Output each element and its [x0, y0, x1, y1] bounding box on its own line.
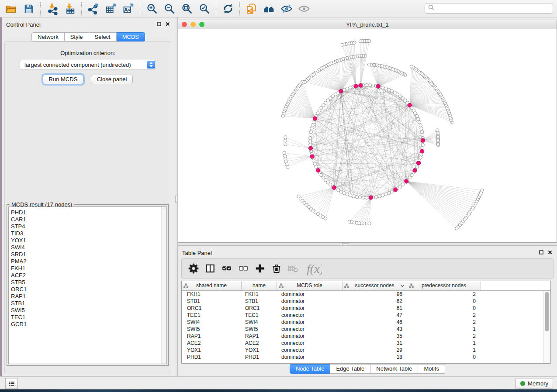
maximize-traffic-light[interactable] [199, 22, 204, 27]
tab-network-table[interactable]: Network Table [370, 364, 418, 374]
dominator-node[interactable] [405, 179, 408, 183]
import-table-button[interactable] [62, 2, 77, 16]
task-history-button[interactable] [5, 378, 18, 389]
table-row[interactable]: YOX1YOX1connector291 [182, 347, 550, 354]
table-row[interactable]: SWI5SWI5connector431 [182, 326, 550, 333]
refresh-view-button[interactable] [221, 2, 235, 16]
tab-edge-table[interactable]: Edge Table [330, 364, 370, 374]
mcds-result-node[interactable]: PHD1 [9, 209, 166, 216]
tab-motifs[interactable]: Motifs [418, 364, 445, 374]
deselect-all-rows-button[interactable] [237, 262, 250, 275]
dominator-node[interactable] [376, 84, 380, 88]
mcds-result-node[interactable]: TEC1 [9, 314, 166, 321]
table-row[interactable]: STB1STB1dominator620 [182, 298, 550, 305]
dominator-node[interactable] [313, 117, 317, 120]
table-row[interactable]: TEC1TEC1connector472 [182, 312, 550, 319]
table-row[interactable]: ORC1ORC1dominator610 [182, 305, 550, 312]
search-box[interactable] [425, 3, 553, 14]
minimize-traffic-light[interactable] [190, 22, 196, 27]
mcds-result-node[interactable]: SWI4 [9, 244, 166, 251]
result-list-scrollbar[interactable] [161, 207, 166, 364]
dominator-node[interactable] [359, 83, 363, 87]
mcds-result-node[interactable]: CAR1 [9, 216, 166, 223]
mcds-result-node[interactable]: ACE2 [9, 272, 166, 279]
table-row[interactable]: FKH1FKH1dominator962 [182, 291, 550, 298]
zoom-out-button[interactable] [162, 2, 177, 16]
clone-network-button[interactable] [244, 2, 259, 16]
mcds-result-node[interactable]: SRD1 [9, 251, 166, 258]
dominator-node[interactable] [421, 138, 425, 142]
tab-style[interactable]: Style [65, 32, 89, 41]
mcds-result-node[interactable]: FKH1 [9, 265, 166, 272]
column-header-successor-nodes[interactable]: successor nodes [343, 281, 407, 290]
mcds-result-node[interactable]: STB5 [9, 279, 166, 286]
dominator-node[interactable] [332, 186, 336, 189]
tab-select[interactable]: Select [89, 32, 117, 41]
table-options-gear-button[interactable] [187, 262, 200, 275]
first-neighbors-button[interactable] [262, 2, 277, 16]
dominator-node[interactable] [417, 161, 421, 165]
export-table-button[interactable] [104, 2, 118, 16]
dominator-node[interactable] [339, 89, 343, 93]
vertical-splitter[interactable] [175, 17, 178, 376]
zoom-fit-button[interactable] [180, 2, 194, 16]
select-all-rows-button[interactable] [220, 262, 233, 275]
memory-button[interactable]: Memory [515, 378, 553, 389]
table-row[interactable]: ACE2ACE2connector311 [182, 340, 550, 347]
run-mcds-button[interactable]: Run MCDS [43, 75, 84, 84]
delete-column-button[interactable] [270, 262, 283, 275]
network-window-titlebar[interactable]: YPA_prune.txt_1 [178, 20, 557, 30]
tab-mcds[interactable]: MCDS [117, 32, 145, 41]
close-traffic-light[interactable] [182, 22, 187, 27]
criterion-dropdown[interactable]: largest connected component (undirected) [20, 60, 156, 69]
dominator-node[interactable] [394, 188, 398, 192]
table-panel-float-button[interactable] [538, 249, 544, 255]
dominator-node[interactable] [369, 196, 373, 199]
show-all-button[interactable] [297, 2, 311, 16]
dominator-node[interactable] [316, 168, 320, 172]
vertical-splitter-handle[interactable] [175, 196, 177, 203]
control-panel-close-button[interactable] [165, 21, 170, 27]
export-image-button[interactable] [121, 2, 136, 16]
dominator-node[interactable] [354, 84, 358, 88]
dominator-node[interactable] [408, 103, 412, 107]
formula-builder-button[interactable]: f(x) [303, 262, 323, 275]
dominator-node[interactable] [310, 155, 314, 158]
zoom-in-button[interactable] [145, 2, 159, 16]
close-panel-button[interactable]: Close panel [91, 75, 133, 84]
table-scrollbar[interactable] [543, 291, 550, 363]
mcds-result-node[interactable]: STB1 [9, 300, 166, 307]
column-header-name[interactable]: name [242, 281, 277, 290]
mcds-result-list[interactable]: PHD1CAR1STP4TID3YOX1SWI4SRD1PMA2FKH1ACE2… [8, 206, 167, 364]
table-panel-close-button[interactable] [547, 249, 553, 255]
dominator-node[interactable] [413, 168, 417, 172]
mcds-result-node[interactable]: YOX1 [9, 237, 166, 244]
mcds-result-node[interactable]: GCR1 [9, 321, 166, 328]
mcds-result-node[interactable]: TID3 [9, 230, 166, 237]
mcds-result-node[interactable]: STP4 [9, 223, 166, 230]
horizontal-splitter-handle[interactable] [342, 243, 349, 245]
hide-selected-button[interactable] [279, 2, 294, 16]
export-network-button[interactable] [86, 2, 101, 16]
import-network-button[interactable] [45, 2, 60, 16]
mcds-result-node[interactable]: PMA2 [9, 258, 166, 265]
table-scrollbar-thumb[interactable] [545, 292, 549, 331]
add-column-button[interactable] [253, 262, 266, 275]
save-session-button[interactable] [21, 2, 36, 16]
column-header-predecessor-nodes[interactable]: predecessor nodes [407, 281, 481, 290]
table-row[interactable]: RAP1RAP1dominator352 [182, 333, 550, 340]
mcds-result-node[interactable]: RAP1 [9, 293, 166, 300]
zoom-selected-button[interactable] [197, 2, 212, 16]
split-table-view-button[interactable] [204, 262, 217, 275]
tab-node-table[interactable]: Node Table [290, 364, 331, 374]
dominator-node[interactable] [420, 149, 424, 153]
search-input[interactable] [435, 5, 553, 12]
control-panel-float-button[interactable] [156, 21, 162, 27]
table-row[interactable]: SWI4SWI4dominator462 [182, 319, 550, 326]
horizontal-splitter[interactable] [178, 243, 557, 246]
open-file-button[interactable] [4, 2, 19, 16]
table-row[interactable]: PHD1PHD1dominator180 [182, 354, 550, 361]
column-header-shared-name[interactable]: shared name [182, 281, 242, 290]
tab-network[interactable]: Network [31, 32, 65, 41]
node-table[interactable]: shared namenameMCDS rolesuccessor nodesp… [181, 281, 551, 364]
